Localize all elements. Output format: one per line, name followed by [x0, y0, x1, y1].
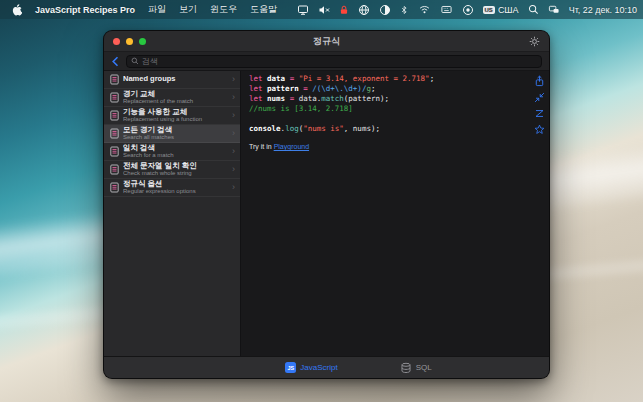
code-area: let data = "Pi = 3.14, exponent = 2.718"… [241, 71, 549, 356]
javascript-badge-icon: JS [285, 362, 296, 373]
search-icon [131, 57, 139, 65]
menu-bar-status: US США Чт, 22 дек. 10:10 [297, 4, 643, 16]
sidebar-item-subtitle: Replacement using a function [123, 116, 228, 123]
doc-icon [110, 110, 119, 121]
sidebar-item[interactable]: 기능을 사용한 교체Replacement using a function› [104, 107, 240, 125]
sidebar-item-subtitle: Replacement of the match [123, 98, 228, 105]
chevron-right-icon: › [232, 165, 235, 174]
menubar-menu-item[interactable]: 윈도우 [210, 3, 237, 16]
globe-icon[interactable] [358, 4, 370, 16]
menubar-menu-item[interactable]: 보기 [179, 3, 197, 16]
volume-muted-icon[interactable] [318, 4, 330, 16]
code-token: //nums is [3.14, 2.718] [249, 104, 353, 113]
share-icon[interactable] [534, 75, 545, 87]
menubar-menu-item[interactable]: 도움말 [250, 3, 277, 16]
chevron-right-icon: › [232, 147, 235, 156]
code-token: log [285, 124, 299, 133]
doc-icon [110, 164, 119, 175]
sidebar-item-title: 모든 경기 검색 [123, 126, 228, 135]
control-center-icon[interactable] [548, 4, 560, 15]
sidebar-item-title: 정규식 옵션 [123, 180, 228, 189]
code-line [249, 114, 529, 124]
language-tabbar: JSJavaScriptSQL [104, 356, 549, 378]
code-token: "nums is" [303, 124, 344, 133]
chevron-right-icon: › [232, 183, 235, 192]
chevron-right-icon: › [232, 75, 235, 84]
traffic-lights [104, 38, 146, 45]
sidebar-item-subtitle: Check match whole string [123, 170, 228, 177]
sidebar-item-title: Named groups [123, 75, 228, 84]
sidebar-item-text: 일치 검색Search for a match [123, 144, 228, 160]
code-token: data. [294, 94, 321, 103]
input-source-menu[interactable]: US США [483, 5, 519, 15]
sidebar-item-subtitle: Search all matches [123, 134, 228, 141]
doc-icon [110, 182, 119, 193]
code-token: match [321, 94, 344, 103]
sidebar-item[interactable]: 모든 경기 검색Search all matches› [104, 125, 240, 143]
try-it-text: Try it in [249, 143, 274, 150]
code-line: let data = "Pi = 3.14, exponent = 2.718"… [249, 74, 529, 84]
playground-link[interactable]: Playground [274, 143, 309, 150]
menu-bar: JavaScript Recipes Pro 파일보기윈도우도움말 US США… [0, 0, 643, 19]
back-chevron-icon[interactable] [111, 56, 120, 67]
code-token: nums [267, 94, 285, 103]
code-token: console [249, 124, 281, 133]
sidebar-item[interactable]: 경기 교체Replacement of the match› [104, 89, 240, 107]
menu-bar-menus: 파일보기윈도우도움말 [148, 3, 277, 16]
wifi-icon[interactable] [418, 4, 431, 15]
code-token: let [249, 74, 267, 83]
doc-icon [110, 92, 119, 103]
code-token: ; [371, 84, 376, 93]
tab-javascript[interactable]: JSJavaScript [285, 362, 337, 373]
wrap-lines-icon[interactable] [534, 108, 545, 119]
code-token: "Pi = 3.14, exponent = 2.718" [299, 74, 430, 83]
display-icon[interactable] [297, 4, 309, 16]
zoom-button[interactable] [139, 38, 146, 45]
sidebar-item[interactable]: Named groups› [104, 71, 240, 89]
app-menu-title[interactable]: JavaScript Recipes Pro [35, 5, 135, 15]
settings-gear-icon[interactable] [529, 36, 549, 47]
code-token: /(\d+\.\d+)/ [312, 84, 366, 93]
lock-icon[interactable] [339, 4, 349, 16]
minimize-button[interactable] [126, 38, 133, 45]
database-icon [400, 362, 412, 374]
sidebar-item[interactable]: 일치 검색Search for a match› [104, 143, 240, 161]
search-field[interactable] [126, 55, 542, 68]
code-toolbar [534, 75, 545, 135]
search-bar-row [104, 52, 549, 71]
spotlight-icon[interactable] [528, 4, 539, 15]
menubar-menu-item[interactable]: 파일 [148, 3, 166, 16]
app-window: 정규식 Named groups›경기 교체Replacement of the… [103, 30, 550, 379]
chevron-right-icon: › [232, 93, 235, 102]
close-button[interactable] [113, 38, 120, 45]
sidebar-item-subtitle: Regular expression options [123, 188, 228, 195]
pie-chart-icon[interactable] [379, 4, 391, 16]
input-source-label: США [498, 5, 519, 15]
menu-bar-left: JavaScript Recipes Pro 파일보기윈도우도움말 [0, 3, 277, 16]
code-line: //nums is [3.14, 2.718] [249, 104, 529, 114]
input-source-flag: US [483, 6, 495, 14]
record-circle-icon[interactable] [462, 4, 474, 16]
chevron-right-icon: › [232, 111, 235, 120]
collapse-icon[interactable] [534, 92, 545, 103]
code-line: let nums = data.match(pattern); [249, 94, 529, 104]
sidebar-item[interactable]: 전체 문자열 일치 확인Check match whole string› [104, 161, 240, 179]
bluetooth-icon[interactable] [400, 4, 409, 16]
code-line: let pattern = /(\d+\.\d+)/g; [249, 84, 529, 94]
menu-bar-clock[interactable]: Чт, 22 дек. 10:10 [569, 5, 637, 15]
search-input[interactable] [142, 57, 537, 66]
sidebar-item-title: 일치 검색 [123, 144, 228, 153]
keyboard-icon[interactable] [440, 4, 453, 15]
code-token: (pattern); [344, 94, 389, 103]
tab-label: JavaScript [300, 363, 337, 372]
apple-menu-icon[interactable] [12, 4, 22, 16]
doc-icon [110, 74, 119, 85]
tab-sql[interactable]: SQL [400, 362, 432, 374]
sidebar-item-text: 경기 교체Replacement of the match [123, 90, 228, 106]
window-titlebar[interactable]: 정규식 [104, 31, 549, 52]
star-icon[interactable] [534, 124, 545, 135]
sidebar-item[interactable]: 정규식 옵션Regular expression options› [104, 179, 240, 197]
code-token: let [249, 94, 267, 103]
recipe-sidebar: Named groups›경기 교체Replacement of the mat… [104, 71, 241, 356]
code-line: console.log("nums is", nums); [249, 124, 529, 134]
